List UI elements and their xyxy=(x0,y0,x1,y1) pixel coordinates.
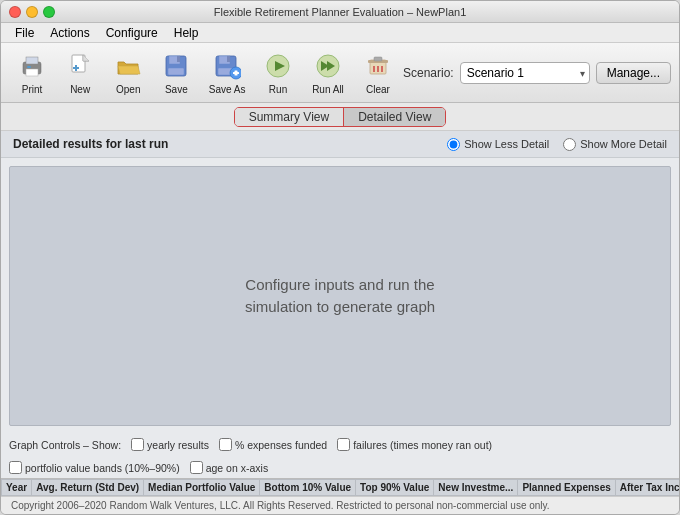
save-icon xyxy=(160,50,192,82)
control-yearly-results[interactable]: yearly results xyxy=(131,438,209,451)
col-after-tax: After Tax Income xyxy=(615,480,679,496)
clear-icon xyxy=(362,50,394,82)
svg-rect-26 xyxy=(374,57,382,61)
scenario-select[interactable]: Scenario 1 Scenario 2 Scenario 3 xyxy=(460,62,590,84)
print-label: Print xyxy=(22,84,43,95)
save-as-label: Save As xyxy=(209,84,246,95)
run-all-label: Run All xyxy=(312,84,344,95)
expenses-funded-checkbox[interactable] xyxy=(219,438,232,451)
run-button[interactable]: Run xyxy=(255,47,301,99)
save-as-icon xyxy=(211,50,243,82)
yearly-results-checkbox[interactable] xyxy=(131,438,144,451)
show-more-detail-radio[interactable] xyxy=(563,138,576,151)
show-more-detail-option[interactable]: Show More Detail xyxy=(563,138,667,151)
yearly-results-label: yearly results xyxy=(147,439,209,451)
menu-configure[interactable]: Configure xyxy=(100,25,164,41)
svg-marker-5 xyxy=(83,55,89,61)
run-label: Run xyxy=(269,84,287,95)
print-icon xyxy=(16,50,48,82)
footer-text: Copyright 2006–2020 Random Walk Ventures… xyxy=(11,500,550,511)
col-bottom-10: Bottom 10% Value xyxy=(260,480,356,496)
save-button[interactable]: Save xyxy=(153,47,199,99)
svg-rect-1 xyxy=(26,57,38,64)
col-top-90: Top 90% Value xyxy=(356,480,434,496)
age-x-axis-checkbox[interactable] xyxy=(190,461,203,474)
col-new-invest: New Investme... xyxy=(434,480,518,496)
failures-checkbox[interactable] xyxy=(337,438,350,451)
run-all-icon xyxy=(312,50,344,82)
control-expenses-funded[interactable]: % expenses funded xyxy=(219,438,327,451)
expenses-funded-label: % expenses funded xyxy=(235,439,327,451)
col-median-portfolio: Median Portfolio Value xyxy=(144,480,260,496)
graph-area: Configure inputs and run the simulation … xyxy=(9,166,671,426)
show-less-detail-label: Show Less Detail xyxy=(464,138,549,150)
window-title: Flexible Retirement Planner Evaluation –… xyxy=(214,6,467,18)
open-icon xyxy=(112,50,144,82)
svg-rect-11 xyxy=(168,68,184,75)
control-failures[interactable]: failures (times money ran out) xyxy=(337,438,492,451)
control-portfolio-bands[interactable]: portfolio value bands (10%–90%) xyxy=(9,461,180,474)
scenario-select-wrap: Scenario 1 Scenario 2 Scenario 3 xyxy=(460,62,590,84)
run-all-button[interactable]: Run All xyxy=(303,47,353,99)
age-x-axis-label: age on x-axis xyxy=(206,462,268,474)
svg-rect-14 xyxy=(227,56,230,62)
show-more-detail-label: Show More Detail xyxy=(580,138,667,150)
scenario-area: Scenario: Scenario 1 Scenario 2 Scenario… xyxy=(403,62,671,84)
content-area: Detailed results for last run Show Less … xyxy=(1,131,679,496)
clear-button[interactable]: Clear xyxy=(355,47,401,99)
show-less-detail-radio[interactable] xyxy=(447,138,460,151)
scenario-label: Scenario: xyxy=(403,66,454,80)
footer: Copyright 2006–2020 Random Walk Ventures… xyxy=(1,496,679,514)
titlebar: Flexible Retirement Planner Evaluation –… xyxy=(1,1,679,23)
manage-button[interactable]: Manage... xyxy=(596,62,671,84)
col-planned-exp: Planned Expenses xyxy=(518,480,615,496)
detail-options: Show Less Detail Show More Detail xyxy=(447,138,667,151)
detailed-view-button[interactable]: Detailed View xyxy=(344,108,445,126)
svg-rect-7 xyxy=(73,67,79,69)
new-button[interactable]: New xyxy=(57,47,103,99)
col-avg-return: Avg. Return (Std Dev) xyxy=(32,480,144,496)
data-table: Year Avg. Return (Std Dev) Median Portfo… xyxy=(1,479,679,496)
run-icon xyxy=(262,50,294,82)
clear-label: Clear xyxy=(366,84,390,95)
portfolio-bands-label: portfolio value bands (10%–90%) xyxy=(25,462,180,474)
minimize-button[interactable] xyxy=(26,6,38,18)
save-as-button[interactable]: Save As xyxy=(201,47,253,99)
open-button[interactable]: Open xyxy=(105,47,151,99)
view-toggle-group: Summary View Detailed View xyxy=(234,107,447,127)
portfolio-bands-checkbox[interactable] xyxy=(9,461,22,474)
graph-placeholder-line1: Configure inputs and run the xyxy=(245,274,435,297)
new-label: New xyxy=(70,84,90,95)
menu-actions[interactable]: Actions xyxy=(44,25,95,41)
graph-controls: Graph Controls – Show: yearly results % … xyxy=(1,434,679,478)
print-button[interactable]: Print xyxy=(9,47,55,99)
menubar: File Actions Configure Help xyxy=(1,23,679,43)
summary-view-button[interactable]: Summary View xyxy=(235,108,344,126)
table-wrap: Year Avg. Return (Std Dev) Median Portfo… xyxy=(1,478,679,496)
failures-label: failures (times money ran out) xyxy=(353,439,492,451)
svg-rect-18 xyxy=(233,72,239,74)
toolbar: Print New Open xyxy=(1,43,679,103)
graph-placeholder: Configure inputs and run the simulation … xyxy=(245,274,435,319)
new-icon xyxy=(64,50,96,82)
svg-rect-10 xyxy=(177,56,180,62)
menu-file[interactable]: File xyxy=(9,25,40,41)
maximize-button[interactable] xyxy=(43,6,55,18)
window-controls xyxy=(9,6,55,18)
results-header: Detailed results for last run Show Less … xyxy=(1,131,679,158)
svg-rect-2 xyxy=(26,69,38,76)
close-button[interactable] xyxy=(9,6,21,18)
save-label: Save xyxy=(165,84,188,95)
graph-placeholder-line2: simulation to generate graph xyxy=(245,296,435,319)
graph-controls-label: Graph Controls – Show: xyxy=(9,439,121,451)
results-title: Detailed results for last run xyxy=(13,137,168,151)
show-less-detail-option[interactable]: Show Less Detail xyxy=(447,138,549,151)
open-label: Open xyxy=(116,84,140,95)
view-toggle-bar: Summary View Detailed View xyxy=(1,103,679,131)
control-age-x-axis[interactable]: age on x-axis xyxy=(190,461,268,474)
svg-rect-3 xyxy=(27,66,31,68)
col-year: Year xyxy=(2,480,32,496)
menu-help[interactable]: Help xyxy=(168,25,205,41)
main-window: Flexible Retirement Planner Evaluation –… xyxy=(0,0,680,515)
